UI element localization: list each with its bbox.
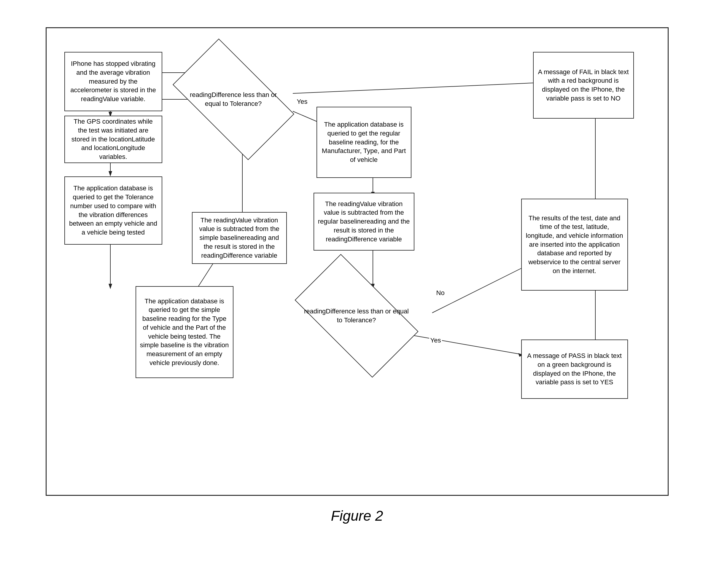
simple-baseline-query-box: The application database is queried to g… [136, 286, 233, 378]
yes1-label: Yes [296, 98, 309, 106]
decision-tolerance1-diamond: readingDifference less than or equal to … [180, 67, 287, 132]
no2-label: No [435, 289, 446, 297]
decision-tolerance2-wrapper: readingDifference less than or equal to … [302, 283, 411, 349]
diagram: No Yes No Yes IPhone has stopped vibrati… [46, 27, 669, 496]
regular-baseline-query-box: The application database is queried to g… [317, 107, 411, 178]
yes2-label: Yes [429, 337, 442, 344]
svg-line-30 [293, 82, 566, 93]
svg-marker-3 [108, 171, 112, 176]
iphone-stopped-box: IPhone has stopped vibrating and the ave… [64, 52, 162, 111]
tolerance-query-box: The application database is queried to g… [64, 176, 162, 245]
page-container: No Yes No Yes IPhone has stopped vibrati… [31, 27, 684, 561]
figure-caption: Figure 2 [331, 508, 383, 524]
decision-tolerance2-diamond: readingDifference less than or equal to … [302, 283, 411, 349]
fail-message-box: A message of FAIL in black text with a r… [533, 52, 634, 119]
pass-message-box: A message of PASS in black text on a gre… [521, 339, 628, 399]
svg-marker-5 [108, 284, 112, 289]
gps-coords-box: The GPS coordinates while the test was i… [64, 115, 162, 163]
results-insert-box: The results of the test, date and time o… [521, 199, 628, 291]
decision-tolerance1-wrapper: readingDifference less than or equal to … [180, 67, 287, 132]
svg-line-24 [403, 334, 521, 354]
reading-diff-regular-box: The readingValue vibration value is subt… [313, 193, 414, 251]
reading-diff-simple-box: The readingValue vibration value is subt… [192, 212, 287, 264]
